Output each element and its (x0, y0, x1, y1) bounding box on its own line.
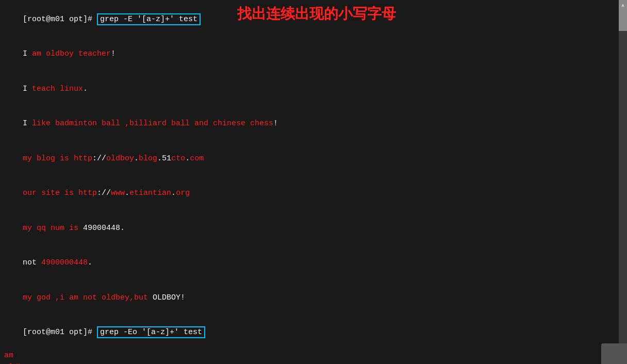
output-text: like badminton ball ,billiard ball and c… (32, 119, 273, 128)
terminal-line: not 4900000448. (4, 246, 613, 281)
output-text: oldboy (106, 154, 134, 163)
page-title: 找出连续出现的小写字母 (237, 3, 396, 25)
terminal-line: my blog is http://oldboy.blog.51cto.com (4, 141, 613, 176)
output-text: . (185, 154, 190, 163)
command-highlight: grep -Eo '[a-z]+' test (97, 326, 205, 338)
output-text: not (23, 258, 41, 267)
terminal-line: my god ,i am not oldbey,but OLDBOY! (4, 280, 613, 316)
command-highlight: grep -E '[a-z]+' test (97, 13, 201, 25)
output-text: I (23, 49, 32, 58)
output-text: our site is http (23, 189, 97, 197)
output-text: I (23, 119, 32, 128)
output-text: ! (273, 119, 278, 128)
prompt: [root@m01 opt]# (23, 328, 97, 337)
terminal-line: [root@m01 opt]# grep -Eo '[a-z]+' test (4, 316, 613, 351)
terminal-window: 找出连续出现的小写字母 [root@m01 opt]# grep -E '[a-… (0, 0, 617, 364)
output-text: :// (92, 154, 106, 163)
output-text: ! (111, 49, 116, 58)
output-text: I (23, 85, 32, 93)
output-text: :// (97, 189, 111, 197)
output-text: www (111, 189, 125, 197)
output-text: my god ,i am not oldbey,but (23, 293, 153, 302)
output-text: .51 (157, 154, 171, 163)
avatar-icon (601, 343, 627, 364)
output-text: com (190, 154, 204, 163)
output-text: 4900000448 (41, 258, 88, 267)
terminal-line: I like badminton ball ,billiard ball and… (4, 107, 613, 142)
prompt: [root@m01 opt]# (23, 15, 97, 24)
terminal-line: I am oldboy teacher! (4, 37, 613, 72)
output-text: org (176, 189, 190, 197)
output-text: . (134, 154, 139, 163)
output-text: 49000448. (83, 224, 125, 233)
output-text: am oldboy teacher (32, 49, 111, 58)
terminal-line: oldboy (4, 362, 613, 365)
output-text: . (83, 85, 88, 93)
output-text: . (125, 189, 129, 197)
scrollbar-thumb[interactable] (619, 10, 627, 31)
output-text: . (88, 258, 92, 267)
scrollbar-track: ▲ (619, 0, 627, 364)
scrollbar-up-button[interactable]: ▲ (619, 0, 627, 10)
output-text: my qq num is (23, 224, 83, 233)
output-text: blog (139, 154, 157, 163)
output-text: teach linux (32, 85, 83, 93)
output-text: etiantian (129, 189, 171, 197)
output-text: cto (171, 154, 185, 163)
terminal-line: my qq num is 49000448. (4, 211, 613, 246)
output-text: OLDBOY! (153, 293, 185, 302)
terminal-line: am (4, 350, 613, 362)
terminal-line: I teach linux. (4, 72, 613, 107)
terminal-line: our site is http://www.etiantian.org (4, 176, 613, 211)
output-text: . (171, 189, 176, 197)
output-text: my blog is http (23, 154, 92, 163)
